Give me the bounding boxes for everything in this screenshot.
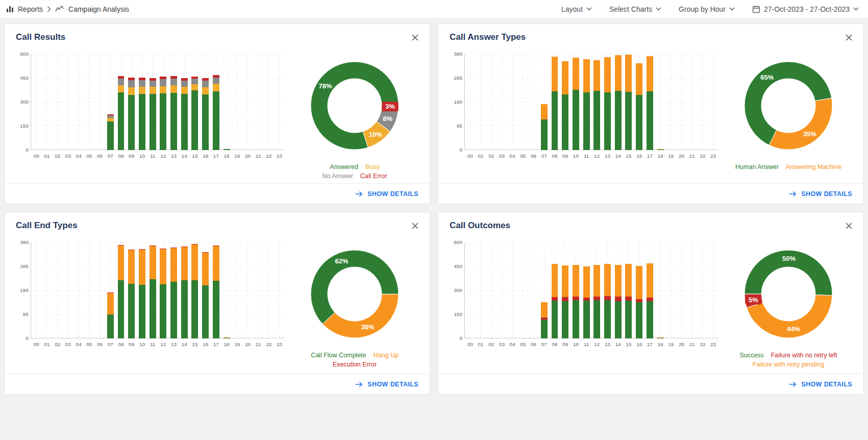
svg-text:02: 02 [488,341,494,347]
legend-item: No Answer [322,172,353,181]
bar-chart-icon [6,6,14,13]
svg-text:23: 23 [710,341,716,347]
card-call-outcomes: Call Outcomes 01503004506000001020304050… [438,212,864,395]
legend-item: Hang Up [374,351,399,360]
svg-text:03: 03 [65,153,71,159]
arrow-forward-icon [789,191,797,197]
select-charts-dropdown[interactable]: Select Charts [609,5,661,13]
donut-chart: 3%8%10%78% [301,52,408,161]
svg-text:12: 12 [160,153,166,159]
svg-text:20: 20 [245,341,251,347]
chevron-down-icon [586,7,592,11]
svg-text:78%: 78% [318,82,332,90]
svg-text:21: 21 [256,153,262,159]
close-icon[interactable] [844,32,854,43]
card-call-answer-types: Call Answer Types 0951902853800001020304… [438,23,864,204]
legend-item: Human Answer [735,162,779,172]
bar-chart: 0150300450600000102030405060708091011121… [447,239,722,349]
svg-text:01: 01 [44,341,50,347]
svg-text:02: 02 [55,153,61,159]
svg-text:16: 16 [203,153,209,159]
svg-text:15: 15 [192,341,198,347]
calendar-icon [752,5,760,13]
breadcrumb-reports[interactable]: Reports [18,5,43,13]
arrow-forward-icon [355,191,363,197]
show-details-link[interactable]: SHOW DETAILS [789,190,852,198]
svg-text:10: 10 [139,153,145,159]
svg-text:05: 05 [520,341,526,347]
topbar-controls: Layout Select Charts Group by Hour 27-Oc… [561,5,859,13]
donut-chart: 62%38% [301,240,408,350]
svg-text:285: 285 [20,263,29,269]
group-by-dropdown[interactable]: Group by Hour [679,5,735,13]
svg-text:23: 23 [710,153,716,159]
svg-text:14: 14 [615,153,622,159]
group-by-dropdown-label: Group by Hour [679,5,726,13]
svg-text:17: 17 [647,341,653,347]
svg-text:19: 19 [234,153,240,159]
svg-text:14: 14 [182,153,188,159]
bar-chart-svg: 0150300450600000102030405060708091011121… [447,239,722,349]
svg-text:09: 09 [562,341,568,347]
svg-text:190: 190 [454,99,462,105]
svg-text:8%: 8% [383,115,392,123]
show-details-link[interactable]: SHOW DETAILS [789,381,852,388]
card-title: Call Results [16,32,65,42]
svg-text:600: 600 [20,51,29,57]
svg-text:18: 18 [658,341,664,347]
donut-chart-svg: 65%35% [735,52,842,159]
svg-text:06: 06 [97,153,103,159]
svg-text:04: 04 [510,153,516,159]
svg-text:150: 150 [20,123,29,129]
svg-text:22: 22 [266,341,272,347]
svg-text:65%: 65% [760,74,774,81]
date-range-value: 27-Oct-2023 - 27-Oct-2023 [764,5,850,13]
svg-text:300: 300 [20,99,29,105]
svg-text:13: 13 [605,341,611,347]
legend-item: Call Error [360,172,387,181]
svg-text:07: 07 [108,153,114,159]
show-details-label: SHOW DETAILS [367,381,418,388]
bar-chart: 0951902853800001020304050607080910111213… [447,51,722,160]
svg-text:20: 20 [679,341,685,347]
svg-text:14: 14 [182,341,188,347]
show-details-label: SHOW DETAILS [801,190,852,198]
svg-text:04: 04 [76,341,82,347]
svg-text:22: 22 [266,153,272,159]
svg-text:10: 10 [573,341,579,347]
breadcrumb: Reports Campaign Analysis [6,5,129,13]
svg-text:06: 06 [531,153,537,159]
legend-item: Failure with retry pending [753,360,824,369]
close-icon[interactable] [844,221,854,231]
svg-text:08: 08 [118,341,124,347]
svg-text:02: 02 [55,341,61,347]
layout-dropdown[interactable]: Layout [561,5,592,13]
svg-text:19: 19 [668,153,674,159]
svg-text:08: 08 [118,153,124,159]
svg-text:23: 23 [277,341,283,347]
svg-text:16: 16 [636,153,642,159]
legend-item: Answering Machine [786,162,841,172]
svg-text:11: 11 [584,153,589,159]
close-icon[interactable] [410,32,420,43]
legend-item: Success [739,351,763,360]
legend-row: No AnswerCall Error [318,172,390,181]
svg-text:14: 14 [615,341,622,347]
svg-text:08: 08 [552,341,558,347]
show-details-link[interactable]: SHOW DETAILS [355,381,418,388]
svg-text:11: 11 [150,153,156,159]
date-range-picker[interactable]: 27-Oct-2023 - 27-Oct-2023 [752,5,859,13]
svg-text:95: 95 [457,123,463,129]
legend-row: SuccessFailure with no retry left [736,351,840,360]
svg-text:300: 300 [454,287,462,293]
svg-text:06: 06 [531,341,537,347]
svg-text:18: 18 [224,341,230,347]
close-icon[interactable] [410,221,420,231]
svg-text:08: 08 [552,153,558,159]
legend-item: Busy [365,162,380,172]
svg-text:03: 03 [65,341,71,347]
legend-row: Call Flow CompleteHang Up [307,351,402,360]
svg-text:10: 10 [573,153,579,159]
show-details-link[interactable]: SHOW DETAILS [355,190,418,198]
svg-text:06: 06 [97,341,103,347]
